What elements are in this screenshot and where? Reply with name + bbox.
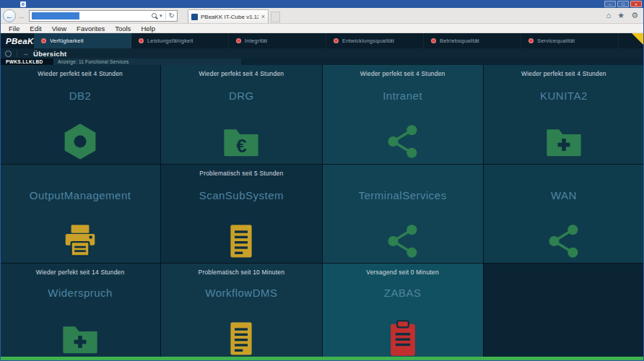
window-titlebar: e – □ ×: [0, 0, 644, 8]
doc-lines-icon: [222, 319, 261, 357]
menu-item-favorites[interactable]: Favorites: [71, 25, 110, 32]
status-footer-bar: [0, 357, 644, 361]
address-dropdown-icon[interactable]: ▾: [160, 13, 162, 19]
notification-corner-flag[interactable]: [632, 33, 644, 45]
tools-icon[interactable]: ⚙: [631, 11, 638, 20]
tab-title: PBeaKK IT-Cube v1.12 / Ver...: [201, 14, 258, 20]
status-dot-icon: [431, 38, 436, 43]
menu-item-view[interactable]: View: [47, 25, 71, 32]
tile-empty: [484, 264, 644, 357]
status-dot-icon: [41, 38, 46, 43]
service-status: Wieder perfekt seit 14 Stunden: [36, 269, 125, 276]
filter-bar: PWKS.LLKLBD Anzeige: 11 Functional Servi…: [0, 58, 644, 65]
filter-summary: Anzeige: 11 Functional Services: [53, 58, 241, 65]
nav-tab-entwicklungsqualitaet[interactable]: Entwicklungsqualität: [326, 33, 424, 48]
hexnut-icon: [61, 122, 100, 161]
service-status: Problematisch seit 5 Stunden: [199, 170, 283, 178]
service-name: ScanSubSystem: [199, 189, 284, 201]
tile-terminalservices[interactable]: TerminalServices: [323, 165, 483, 263]
service-name: KUNITA2: [540, 90, 588, 102]
service-status: Wieder perfekt seit 4 Stunden: [38, 70, 123, 79]
folder-plus-icon: [61, 319, 100, 357]
new-tab-button[interactable]: [271, 12, 280, 22]
breadcrumb-bar: → Übersicht: [0, 48, 644, 58]
nav-tab-verfuegbarkeit[interactable]: Verfügbarkeit: [34, 33, 131, 48]
forward-icon: →: [17, 12, 25, 20]
service-name: WorkflowDMS: [205, 287, 277, 299]
minimize-button[interactable]: –: [604, 1, 616, 7]
back-icon: ←: [6, 12, 14, 20]
maximize-button[interactable]: □: [617, 1, 629, 7]
nav-tab-integritaet[interactable]: Integrität: [229, 33, 326, 48]
nav-tab-label: Servicequalität: [537, 38, 575, 44]
environment-label: PWKS.LLKLBD: [0, 58, 53, 65]
share-icon: [383, 222, 422, 261]
folder-plus-icon: [544, 122, 583, 161]
nav-tab-label: Integrität: [245, 38, 267, 44]
nav-tab-betriebsqualitaet[interactable]: Betriebsqualität: [424, 33, 521, 48]
tile-zabas[interactable]: Versagend seit 0 MinutenZABAS: [323, 264, 483, 357]
service-status: Problematisch seit 10 Minuten: [199, 269, 285, 276]
tile-scansubsystem[interactable]: Problematisch seit 5 StundenScanSubSyste…: [161, 165, 321, 263]
browser-tab[interactable]: PBeaKK IT-Cube v1.12 / Ver... ×: [188, 9, 269, 23]
tile-drg[interactable]: Wieder perfekt seit 4 StundenDRG€: [161, 65, 321, 164]
status-dot-icon: [334, 38, 339, 43]
breadcrumb-arrow-icon: →: [22, 50, 29, 57]
menu-item-help[interactable]: Help: [136, 25, 160, 32]
address-bar[interactable]: ▾ ↻: [29, 10, 178, 22]
service-name: Intranet: [383, 90, 422, 102]
breadcrumb-divider: [17, 50, 17, 57]
tab-close-icon[interactable]: ×: [261, 13, 265, 20]
address-divider: [165, 12, 166, 20]
tile-intranet[interactable]: Wieder perfekt seit 4 StundenIntranet: [323, 65, 483, 164]
forward-button[interactable]: →: [16, 12, 27, 20]
browser-menubar: FileEditViewFavoritesToolsHelp: [0, 24, 644, 33]
close-button[interactable]: ×: [630, 1, 642, 7]
tile-workflowdms[interactable]: Problematisch seit 10 MinutenWorkflowDMS: [161, 264, 321, 357]
menu-item-edit[interactable]: Edit: [25, 25, 46, 32]
service-name: Widerspruch: [48, 287, 113, 299]
search-icon[interactable]: [152, 13, 157, 18]
service-name: WAN: [551, 189, 577, 201]
app-header: PBeaKK VerfügbarkeitLeistungsfähigkeitIn…: [0, 33, 644, 48]
service-name: DB2: [69, 90, 92, 102]
overview-circle-icon[interactable]: [5, 51, 12, 57]
tile-wan[interactable]: WAN: [484, 165, 644, 263]
browser-window: e – □ × ← → ▾ ↻ PBeaKK IT-Cube v1.12 / V…: [0, 0, 644, 361]
nav-tab-label: Verfügbarkeit: [50, 38, 84, 44]
home-icon[interactable]: ⌂: [606, 11, 612, 20]
nav-tab-leistungsfaehigkeit[interactable]: Leistungsfähigkeit: [131, 33, 229, 48]
service-status: Wieder perfekt seit 4 Stunden: [199, 70, 284, 79]
service-name: TerminalServices: [359, 189, 447, 201]
status-dot-icon: [236, 38, 241, 43]
tile-widerspruch[interactable]: Wieder perfekt seit 14 StundenWiderspruc…: [0, 264, 160, 357]
nav-tab-servicequalitaet[interactable]: Servicequalität: [521, 33, 619, 48]
window-controls: – □ ×: [604, 1, 642, 7]
service-name: OutputManagement: [30, 189, 131, 201]
address-bar-selected-text: [32, 12, 79, 19]
status-dot-icon: [139, 38, 144, 43]
status-dot-icon: [528, 38, 534, 43]
clipboard-icon: [383, 319, 422, 357]
nav-tab-label: Betriebsqualität: [440, 38, 479, 44]
share-icon: [544, 222, 583, 261]
share-icon: [383, 122, 422, 161]
folder-euro-icon: €: [222, 122, 261, 161]
address-bar-icons: ▾ ↻: [152, 12, 175, 20]
back-button[interactable]: ←: [3, 9, 16, 22]
refresh-icon[interactable]: ↻: [169, 12, 175, 19]
ie-favicon: e: [20, 1, 26, 7]
tile-outputmanagement[interactable]: OutputManagement: [0, 165, 160, 263]
app-logo[interactable]: PBeaKK: [0, 33, 34, 48]
tile-db2[interactable]: Wieder perfekt seit 4 StundenDB2: [0, 65, 160, 164]
doc-lines-icon: [222, 222, 261, 261]
breadcrumb-title: Übersicht: [33, 50, 67, 58]
nav-tab-label: Entwicklungsqualität: [342, 38, 394, 44]
tile-kunita2[interactable]: Wieder perfekt seit 4 StundenKUNITA2: [484, 65, 644, 164]
menu-item-tools[interactable]: Tools: [110, 25, 136, 32]
service-status: Wieder perfekt seit 4 Stunden: [360, 70, 445, 79]
favorites-icon[interactable]: ★: [617, 11, 625, 20]
printer-icon: [61, 222, 100, 261]
svg-text:€: €: [237, 136, 247, 156]
menu-item-file[interactable]: File: [4, 25, 25, 32]
